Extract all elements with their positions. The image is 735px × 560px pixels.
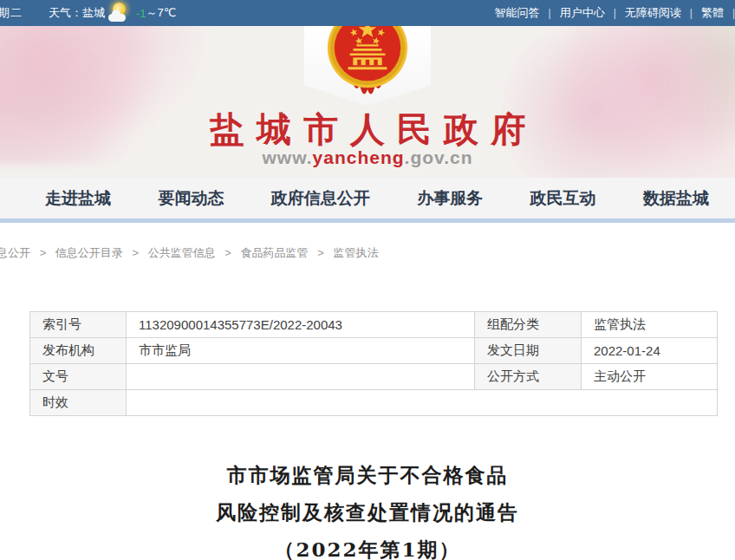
site-title[interactable]: 盐城市人民政府: [0, 106, 735, 153]
nav-item-services[interactable]: 办事服务: [417, 187, 483, 210]
meta-value-open-mode: 主动公开: [582, 364, 718, 390]
breadcrumb-separator: >: [40, 246, 47, 259]
url-highlight: yancheng: [313, 147, 405, 167]
meta-label-validity: 时效: [30, 390, 127, 416]
article-title-line2: 风险控制及核查处置情况的通告: [0, 493, 735, 531]
emblem-pennant-banner: [304, 26, 431, 106]
meta-label-issue-date: 发文日期: [475, 338, 582, 364]
main-navigation: 走进盐城 要闻动态 政府信息公开 办事服务 政民互动 数据盐城: [0, 178, 735, 218]
breadcrumb-separator: >: [132, 246, 139, 259]
weather-city: 盐城: [82, 5, 105, 21]
china-national-emblem-icon: [325, 26, 410, 104]
document-meta-table: 索引号 11320900014355773E/2022-20043 组配分类 监…: [29, 311, 718, 416]
meta-label-category: 组配分类: [475, 312, 582, 338]
table-row: 时效: [30, 390, 718, 416]
table-row: 文号 公开方式 主动公开: [30, 364, 718, 390]
site-masthead: 盐城市人民政府 www.yancheng.gov.cn: [0, 26, 735, 178]
breadcrumb: 息公开 > 信息公开目录 > 公共监管信息 > 食品药品监管 > 监管执法: [0, 223, 735, 263]
breadcrumb-item-info-disclosure[interactable]: 息公开: [0, 246, 30, 259]
nav-item-interaction[interactable]: 政民互动: [530, 187, 596, 210]
breadcrumb-item-enforcement[interactable]: 监管执法: [333, 246, 378, 259]
meta-label-open-mode: 公开方式: [475, 364, 582, 390]
article-title-line3: （2022年第1期）: [0, 531, 735, 560]
link-accessibility[interactable]: 无障碍阅读: [616, 5, 690, 21]
meta-value-issue-date: 2022-01-24: [582, 338, 718, 364]
meta-label-index-no: 索引号: [30, 312, 127, 338]
meta-label-doc-no: 文号: [30, 364, 127, 390]
weekday-text: 期二: [0, 5, 23, 21]
top-utility-bar: 期二 天气： 盐城 -1 ～7℃ 智能问答 | 用户中心 | 无障碍阅读 | 繁…: [0, 0, 735, 26]
temperature-low: -1: [136, 7, 146, 20]
temperature-range: ～7℃: [146, 5, 177, 21]
breadcrumb-item-food-drug[interactable]: 食品药品监管: [241, 246, 309, 259]
weather-widget: 天气： 盐城 -1 ～7℃: [49, 3, 176, 23]
weather-label: 天气：: [49, 5, 82, 21]
link-user-center[interactable]: 用户中心: [551, 5, 614, 21]
table-row: 发布机构 市市监局 发文日期 2022-01-24: [30, 338, 718, 364]
nav-item-about-yancheng[interactable]: 走进盐城: [45, 187, 111, 210]
topbar-left: 期二 天气： 盐城 -1 ～7℃: [0, 3, 176, 23]
url-suffix: .gov.cn: [405, 147, 473, 167]
table-row: 索引号 11320900014355773E/2022-20043 组配分类 监…: [30, 312, 718, 338]
meta-label-publisher: 发布机构: [30, 338, 127, 364]
topbar-links: 智能问答 | 用户中心 | 无障碍阅读 | 繁體 |: [486, 5, 735, 21]
breadcrumb-item-public-supervision[interactable]: 公共监管信息: [148, 246, 216, 259]
nav-item-news[interactable]: 要闻动态: [158, 187, 224, 210]
article-title-line1: 市市场监管局关于不合格食品: [0, 456, 735, 493]
link-smart-qa[interactable]: 智能问答: [486, 5, 549, 21]
article-title: 市市场监管局关于不合格食品 风险控制及核查处置情况的通告 （2022年第1期）: [0, 456, 735, 560]
breadcrumb-separator: >: [224, 246, 231, 259]
meta-value-validity: [127, 390, 718, 416]
breadcrumb-item-info-catalog[interactable]: 信息公开目录: [55, 246, 123, 259]
link-traditional-chinese[interactable]: 繁體: [693, 5, 732, 21]
url-prefix: www.: [262, 147, 312, 167]
meta-value-category: 监管执法: [582, 312, 718, 338]
meta-value-publisher: 市市监局: [127, 338, 475, 364]
breadcrumb-separator: >: [317, 246, 324, 259]
meta-value-index-no: 11320900014355773E/2022-20043: [127, 312, 475, 338]
nav-item-data-yancheng[interactable]: 数据盐城: [643, 187, 709, 210]
nav-item-gov-info[interactable]: 政府信息公开: [271, 187, 370, 210]
meta-value-doc-no: [127, 364, 475, 390]
sun-behind-cloud-icon: [107, 3, 133, 23]
site-url: www.yancheng.gov.cn: [0, 147, 735, 168]
